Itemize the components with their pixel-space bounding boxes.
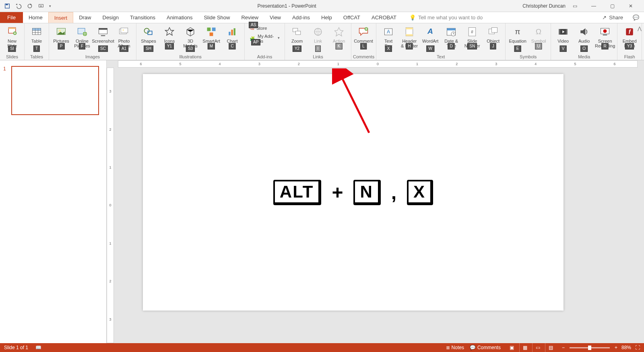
reading-view-button[interactable]: ▭	[532, 343, 543, 352]
tab-draw[interactable]: Draw	[73, 12, 97, 23]
undo-icon[interactable]	[15, 3, 22, 9]
ribbon-display-options-icon[interactable]: ▭	[573, 3, 577, 9]
start-from-beginning-icon[interactable]	[38, 3, 44, 9]
keytip: E	[514, 45, 521, 52]
flash-icon: f	[624, 25, 635, 39]
audio-button[interactable]: Audio O	[574, 24, 594, 51]
pictures-icon	[56, 25, 67, 39]
photo-album-button[interactable]: Photo Album A1	[114, 24, 134, 51]
save-icon[interactable]	[4, 3, 10, 9]
keytip: SC	[98, 45, 108, 52]
group-label: Text	[378, 54, 504, 60]
comments-pane-button[interactable]: 💬	[628, 12, 644, 23]
ruler-tick: 6	[140, 62, 142, 66]
screenshot-icon	[97, 25, 109, 39]
svg-rect-26	[234, 28, 235, 35]
zoom-level[interactable]: 88%	[621, 345, 631, 350]
photo-album-icon	[118, 25, 130, 39]
minimize-button[interactable]: —	[584, 0, 603, 12]
normal-view-button[interactable]: ▣	[506, 343, 518, 352]
symbol-button: Ω Symbol U	[528, 24, 549, 48]
equation-button[interactable]: π Equation E	[507, 24, 528, 51]
header-footer-button[interactable]: Header & Footer H	[399, 24, 420, 48]
wordart-button[interactable]: A WordArt W	[420, 24, 441, 51]
svg-rect-23	[210, 33, 213, 36]
slide-number-button[interactable]: # Slide Number SN	[462, 24, 483, 48]
tab-file[interactable]: File	[0, 12, 23, 23]
tab-acrobat[interactable]: ACROBAT	[366, 12, 402, 23]
date-time-button[interactable]: Date & Time D	[441, 24, 462, 48]
tab-review[interactable]: Review	[235, 12, 264, 23]
tab-animations[interactable]: Animations	[161, 12, 198, 23]
tab-add-ins[interactable]: Add-ins	[287, 12, 316, 23]
icons-button[interactable]: Icons Y1	[159, 24, 180, 48]
my-addins-button[interactable]: 🧩 My Add-ins AP	[247, 33, 282, 44]
slideshow-view-button[interactable]: ▤	[545, 343, 556, 352]
tab-offcat[interactable]: OffCAT	[338, 12, 366, 23]
comment-button[interactable]: Comment L	[353, 24, 374, 48]
group-label: Slides	[2, 54, 23, 60]
pictures-button[interactable]: Pictures P	[51, 24, 72, 48]
share-button[interactable]: ↗ Share	[597, 12, 628, 23]
tab-transitions[interactable]: Transitions	[124, 12, 161, 23]
tab-view[interactable]: View	[264, 12, 287, 23]
comments-button[interactable]: 💬 Comments	[470, 345, 501, 350]
svg-rect-8	[33, 28, 41, 30]
shapes-button[interactable]: Shapes SH	[138, 24, 159, 51]
status-bar: Slide 1 of 1 📖 ≣ Notes 💬 Comments ▣ ▦ ▭ …	[0, 343, 644, 352]
ruler-tick: 4	[535, 62, 537, 66]
slide-counter[interactable]: Slide 1 of 1	[4, 345, 28, 350]
account-name[interactable]: Christopher Duncan	[522, 3, 566, 9]
sorter-view-button[interactable]: ▦	[519, 343, 530, 352]
maximize-button[interactable]: ▢	[603, 0, 621, 12]
slide-thumbnail-pane[interactable]: 1	[0, 60, 107, 343]
svg-rect-21	[207, 28, 211, 31]
online-pictures-button[interactable]: Online Pictures F	[72, 24, 93, 48]
close-button[interactable]: ✕	[621, 0, 640, 12]
screen-recording-button[interactable]: Screen Recording R	[594, 24, 615, 48]
notes-button[interactable]: ≣ Notes	[446, 345, 464, 350]
embed-flash-button[interactable]: f Embed Flash Y3	[619, 24, 640, 48]
horizontal-ruler[interactable]: 6 5 4 3 2 1 0 1 2 3 4 5 6	[118, 60, 638, 68]
ruler-tick: 0	[377, 62, 379, 66]
video-button[interactable]: Video V	[553, 24, 574, 51]
tell-me[interactable]: 💡 Tell me what you want to do	[402, 12, 483, 23]
svg-rect-1	[6, 4, 8, 5]
thumbnail-row[interactable]: 1	[3, 66, 103, 115]
tab-home[interactable]: Home	[23, 12, 48, 23]
group-label: Add-ins	[246, 54, 283, 60]
svg-point-50	[603, 29, 607, 33]
screen-recording-icon	[599, 25, 611, 39]
new-slide-button[interactable]: New Slide SI	[2, 24, 23, 51]
tab-insert[interactable]: Insert	[48, 12, 74, 23]
zoom-in-button[interactable]: +	[615, 345, 617, 350]
group-comments: Comment L Comments	[351, 23, 376, 60]
zoom-slider[interactable]	[570, 347, 610, 348]
slide-canvas[interactable]: ALT + N , X	[143, 74, 564, 311]
chart-button[interactable]: Chart C	[222, 24, 243, 48]
tab-design[interactable]: Design	[97, 12, 124, 23]
keytip: A1	[120, 45, 128, 52]
text-box-button[interactable]: A Text Box X	[378, 24, 399, 51]
slide-thumbnail-1[interactable]	[11, 66, 99, 115]
redo-icon[interactable]	[27, 3, 33, 9]
zoom-out-button[interactable]: −	[562, 345, 565, 350]
group-links: Zoom Y2 Link I Action K Links	[285, 23, 351, 60]
table-button[interactable]: Table T	[26, 24, 47, 51]
svg-rect-34	[406, 28, 413, 29]
screenshot-button[interactable]: Screenshot SC	[93, 24, 114, 51]
keytip: J	[490, 43, 496, 49]
3d-models-button[interactable]: 3D Models S3	[180, 24, 201, 51]
svg-text:A: A	[387, 29, 390, 35]
ruler-tick: 6	[614, 62, 616, 66]
zoom-button[interactable]: Zoom Y2	[287, 24, 308, 51]
spellcheck-icon[interactable]: 📖	[35, 345, 41, 350]
store-button[interactable]: AS 🛍 Store	[247, 25, 269, 31]
fit-to-window-button[interactable]: ⛶	[635, 345, 640, 350]
svg-text:#: #	[471, 29, 473, 34]
tab-help[interactable]: Help	[316, 12, 338, 23]
smartart-button[interactable]: SmartArt M	[201, 24, 222, 48]
vertical-ruler[interactable]: 3 2 1 0 1 2 3	[107, 68, 114, 343]
object-button[interactable]: Object J	[483, 24, 504, 48]
tab-slide-show[interactable]: Slide Show	[198, 12, 235, 23]
